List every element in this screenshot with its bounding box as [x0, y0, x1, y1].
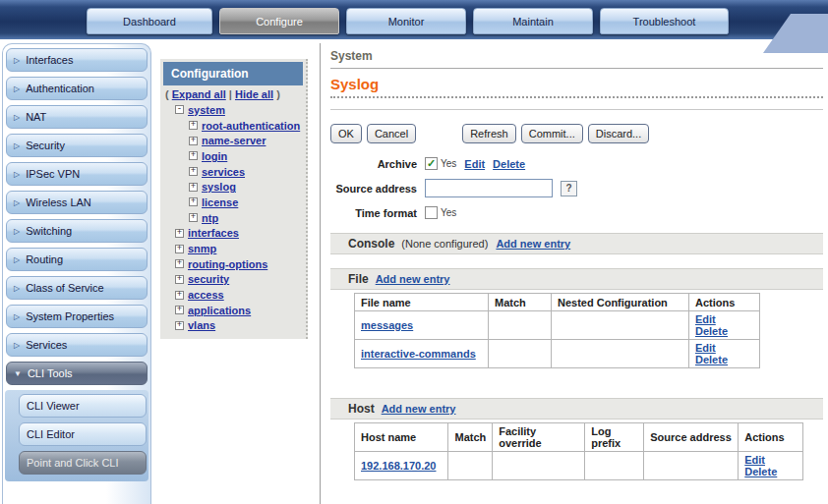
- actions-cell: Edit Delete: [689, 340, 760, 368]
- file-name-link[interactable]: messages: [361, 319, 413, 331]
- sidebar-item-cli-viewer[interactable]: CLI Viewer: [19, 394, 147, 418]
- expand-toggle-icon[interactable]: +: [175, 245, 184, 253]
- expand-toggle-icon[interactable]: +: [189, 167, 198, 176]
- nav-tabs: Dashboard Configure Monitor Maintain Tro…: [87, 8, 729, 35]
- tab-configure[interactable]: Configure: [219, 8, 339, 34]
- tree-node-root-authentication: + root-authentication: [163, 118, 303, 134]
- sidebar-item-interfaces[interactable]: ▷ Interfaces: [6, 48, 148, 72]
- host-add-new-entry-link[interactable]: Add new entry: [382, 403, 456, 415]
- delete-link[interactable]: Delete: [744, 466, 777, 477]
- tab-troubleshoot[interactable]: Troubleshoot: [600, 8, 729, 34]
- delete-link[interactable]: Delete: [695, 354, 728, 365]
- delete-link[interactable]: Delete: [695, 325, 728, 337]
- expand-toggle-icon[interactable]: +: [175, 275, 184, 284]
- tree-node-link[interactable]: snmp: [188, 243, 216, 254]
- ok-button[interactable]: OK: [330, 124, 362, 143]
- hide-all-link[interactable]: Hide all: [235, 88, 273, 100]
- expand-toggle-icon[interactable]: +: [175, 259, 184, 268]
- sidebar-item-switching[interactable]: ▷ Switching: [6, 219, 148, 243]
- tree-controls: ( Expand all | Hide all ): [163, 85, 303, 102]
- tab-dashboard[interactable]: Dashboard: [87, 8, 212, 34]
- sidebar-item-label: System Properties: [26, 310, 114, 322]
- cancel-button[interactable]: Cancel: [367, 124, 416, 143]
- tree-node-interfaces: + interfaces: [163, 226, 303, 242]
- expand-toggle-icon[interactable]: +: [189, 183, 198, 192]
- nested-config-cell: [552, 340, 689, 368]
- actions-cell: Edit Delete: [689, 311, 760, 340]
- time-format-label: Time format: [330, 207, 417, 219]
- sidebar-item-nat[interactable]: ▷ NAT: [6, 105, 148, 129]
- tree-node-vlans: + vlans: [163, 318, 303, 334]
- sidebar-item-label: Class of Service: [26, 282, 103, 294]
- column-header: Nested Configuration: [552, 294, 689, 311]
- sidebar-item-class-of-service[interactable]: ▷ Class of Service: [6, 276, 148, 300]
- edit-link[interactable]: Edit: [744, 454, 765, 466]
- expand-toggle-icon[interactable]: +: [189, 213, 198, 222]
- sidebar-item-system-properties[interactable]: ▷ System Properties: [6, 305, 148, 328]
- host-name-cell: 192.168.170.20: [355, 452, 448, 480]
- time-format-row: Time format Yes: [330, 206, 823, 219]
- sidebar-item-point-and-click-cli[interactable]: Point and Click CLI: [19, 451, 147, 475]
- host-section-title: Host: [348, 402, 375, 416]
- tree-node-link[interactable]: services: [202, 166, 245, 178]
- tree-node-link[interactable]: root-authentication: [202, 120, 300, 132]
- refresh-button[interactable]: Refresh: [462, 124, 516, 143]
- expand-toggle-icon[interactable]: +: [189, 137, 198, 145]
- sidebar-item-routing[interactable]: ▷ Routing: [6, 248, 148, 271]
- expand-toggle-icon[interactable]: +: [175, 229, 184, 238]
- edit-link[interactable]: Edit: [695, 342, 716, 354]
- tree-node-link[interactable]: applications: [188, 305, 251, 316]
- tree-node-license: + license: [163, 195, 303, 210]
- paren: (: [165, 88, 169, 100]
- sidebar-item-services[interactable]: ▷ Services: [6, 333, 148, 357]
- tree-node-name-server: + name-server: [163, 133, 303, 148]
- archive-yes-label: Yes: [441, 158, 456, 169]
- expand-toggle-icon[interactable]: +: [189, 121, 198, 130]
- expand-toggle-icon[interactable]: +: [189, 151, 198, 160]
- console-add-new-entry-link[interactable]: Add new entry: [496, 238, 570, 250]
- column-header: Actions: [689, 294, 760, 311]
- time-format-checkbox[interactable]: [425, 206, 438, 219]
- collapsed-arrow-icon: ▷: [14, 227, 20, 236]
- tree-node-link[interactable]: syslog: [202, 181, 236, 193]
- edit-link[interactable]: Edit: [695, 313, 716, 325]
- discard-button[interactable]: Discard...: [588, 124, 649, 143]
- tree-node-link[interactable]: security: [188, 273, 229, 285]
- archive-checkbox[interactable]: ✓: [425, 157, 438, 170]
- commit-button[interactable]: Commit...: [521, 124, 583, 143]
- tree-node-link[interactable]: system: [188, 104, 225, 116]
- sidebar-item-security[interactable]: ▷ Security: [6, 134, 148, 157]
- source-address-input[interactable]: [425, 179, 553, 197]
- tree-node-link[interactable]: name-server: [202, 135, 266, 146]
- expand-toggle-icon[interactable]: +: [175, 306, 184, 314]
- file-name-cell: interactive-commands: [355, 340, 489, 368]
- time-format-yes-label: Yes: [441, 207, 456, 218]
- collapse-toggle-icon[interactable]: -: [175, 105, 184, 114]
- expand-toggle-icon[interactable]: +: [175, 291, 184, 300]
- expand-toggle-icon[interactable]: +: [189, 197, 198, 206]
- tab-monitor[interactable]: Monitor: [346, 8, 466, 34]
- expand-toggle-icon[interactable]: +: [175, 321, 184, 330]
- sidebar-item-ipsec-vpn[interactable]: ▷ IPSec VPN: [6, 162, 148, 186]
- sidebar-item-cli-tools[interactable]: ▼ CLI Tools: [6, 362, 148, 385]
- file-name-link[interactable]: interactive-commands: [361, 348, 476, 360]
- tab-maintain[interactable]: Maintain: [473, 8, 593, 34]
- tree-node-link[interactable]: vlans: [188, 319, 215, 331]
- help-button[interactable]: ?: [561, 181, 577, 196]
- expand-all-link[interactable]: Expand all: [172, 88, 226, 100]
- sidebar-item-cli-editor[interactable]: CLI Editor: [19, 422, 147, 446]
- sidebar-item-authentication[interactable]: ▷ Authentication: [6, 77, 148, 100]
- collapsed-arrow-icon: ▷: [14, 170, 20, 179]
- main-content: System Syslog OK Cancel Refresh Commit..…: [330, 49, 823, 480]
- file-add-new-entry-link[interactable]: Add new entry: [376, 273, 450, 285]
- tree-node-link[interactable]: interfaces: [188, 227, 239, 239]
- tree-node-link[interactable]: access: [188, 289, 224, 301]
- tree-node-link[interactable]: routing-options: [188, 258, 267, 270]
- archive-edit-link[interactable]: Edit: [464, 158, 485, 170]
- tree-node-link[interactable]: ntp: [202, 212, 218, 224]
- sidebar-item-wireless-lan[interactable]: ▷ Wireless LAN: [6, 191, 148, 214]
- host-name-link[interactable]: 192.168.170.20: [361, 460, 436, 472]
- tree-node-link[interactable]: license: [202, 196, 238, 208]
- tree-node-link[interactable]: login: [202, 150, 227, 162]
- archive-delete-link[interactable]: Delete: [493, 158, 525, 170]
